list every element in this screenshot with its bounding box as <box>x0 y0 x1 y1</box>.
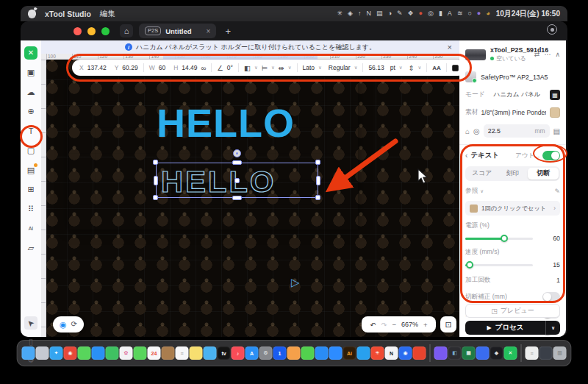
x-value[interactable]: 137.42 <box>87 64 107 71</box>
xtool-logo[interactable]: ✕ <box>24 46 37 60</box>
param-toggle[interactable] <box>542 292 560 302</box>
font-family-select[interactable]: Lato <box>303 64 315 71</box>
font-unit-select[interactable]: pt <box>390 64 395 71</box>
param-value[interactable]: 60 <box>553 235 560 242</box>
process-tab-切断[interactable]: 切断 <box>528 168 559 179</box>
account-icon[interactable] <box>547 24 557 35</box>
dock-reminders[interactable]: ≡ <box>176 346 189 360</box>
selection-handle-s[interactable] <box>232 196 242 200</box>
selection-handle-sw[interactable] <box>153 195 158 200</box>
align-caret-icon[interactable]: ∨ <box>271 65 275 71</box>
lock-ratio-icon[interactable]: ∞ <box>201 64 207 72</box>
text-tool[interactable]: T <box>24 124 37 138</box>
selection-handle-ne[interactable] <box>315 160 320 165</box>
apple-menu-icon[interactable] <box>28 10 36 18</box>
dock-vscode[interactable] <box>357 346 370 360</box>
letter-case-icon[interactable]: AA <box>432 65 441 71</box>
dock-excel[interactable]: ▦ <box>462 346 476 360</box>
notion-menulet-icon[interactable]: N <box>367 10 372 17</box>
camera-refresh-icon[interactable]: ⟳ <box>71 321 77 328</box>
fullscreen-window-button[interactable] <box>101 27 110 35</box>
dock-notes[interactable] <box>190 346 203 360</box>
outline-toggle[interactable] <box>542 151 560 160</box>
redo-icon[interactable]: ↷ <box>381 321 387 329</box>
dock-notion[interactable]: N <box>385 346 398 360</box>
dock-files[interactable] <box>162 346 175 360</box>
reference-dropdown[interactable]: 参照 ∨ <box>465 187 484 196</box>
flip-icon[interactable]: ◧ <box>244 64 251 72</box>
avatar-menulet-icon[interactable]: ◕ <box>486 10 490 17</box>
honeycomb-panel-icon[interactable]: ▦ <box>550 90 560 100</box>
dock-messages[interactable] <box>78 346 91 360</box>
minimize-window-button[interactable] <box>87 27 96 35</box>
dock-drive[interactable] <box>539 346 553 360</box>
process-tab-スコア[interactable]: スコア <box>467 168 498 179</box>
vpn-menulet-icon[interactable]: ● <box>477 10 481 17</box>
device-row[interactable]: xTool_P2S_591d16 空いている ⇄ ⋯ ∧ <box>465 46 560 63</box>
upload-menulet-icon[interactable]: ↑ <box>358 10 362 17</box>
param-slider-thumb[interactable] <box>466 261 473 269</box>
param-value[interactable]: 15 <box>553 261 560 269</box>
line-height-caret-icon[interactable]: ∨ <box>418 65 422 71</box>
menubar-edit-menu[interactable]: 編集 <box>100 9 115 19</box>
font-style-select[interactable]: Regular <box>329 64 351 71</box>
device-panel-tool[interactable]: ▤ <box>24 163 37 177</box>
selection-handle-nw[interactable] <box>153 160 158 165</box>
dock-mail[interactable] <box>92 346 105 360</box>
dock-creative[interactable] <box>287 346 301 360</box>
dock-pin[interactable]: ◉ <box>399 346 412 360</box>
w-value[interactable]: 60 <box>159 64 165 71</box>
font-style-caret-icon[interactable]: ∨ <box>354 65 358 71</box>
line-height-icon[interactable]: ⇕ <box>409 64 415 72</box>
dock-blue-app[interactable] <box>476 346 490 360</box>
base-height-icon[interactable]: ⌂ <box>465 127 470 135</box>
dock-trash[interactable]: ▥ <box>553 346 567 360</box>
dock-1password[interactable]: 1 <box>273 346 287 360</box>
ai-tool[interactable]: AI <box>24 222 37 235</box>
mode-row[interactable]: モード ハニカム パネル ▦ <box>465 90 560 100</box>
menubar-clock[interactable]: 10月24日(金) 16:50 <box>496 9 560 19</box>
zoom-out-button[interactable]: − <box>392 321 396 329</box>
wifi-menulet-icon[interactable]: ≋ <box>457 10 463 17</box>
home-button[interactable]: ⌂ <box>120 24 133 38</box>
image-import-tool[interactable]: ▣ <box>24 66 37 79</box>
accessory-row[interactable]: SafetyPro™ AP2_13A5 <box>465 71 560 82</box>
zoom-level-value[interactable]: 667% <box>401 321 418 328</box>
selection-handle-n[interactable] <box>232 160 242 165</box>
font-family-caret-icon[interactable]: ∨ <box>318 65 322 71</box>
distribute-caret-icon[interactable]: ∨ <box>288 65 292 71</box>
rotation-value[interactable]: 0° <box>227 64 233 71</box>
duplicate-tool[interactable]: ⊞ <box>24 183 37 196</box>
record-menulet-icon[interactable]: ◎ <box>428 10 434 17</box>
engraved-text-object[interactable]: HELLO <box>157 103 326 143</box>
switch-device-icon[interactable]: ⇄ <box>534 51 540 58</box>
dock-safari[interactable]: ✦ <box>50 346 63 360</box>
selected-text-object[interactable]: HELLO <box>161 167 276 196</box>
close-window-button[interactable] <box>74 27 82 35</box>
dock-line[interactable] <box>301 346 315 360</box>
dock-messenger[interactable] <box>315 346 329 360</box>
back-icon[interactable]: ‹ <box>465 152 467 160</box>
dock-settings[interactable]: ⚙ <box>259 346 273 360</box>
capture-tool[interactable]: ⊕ <box>24 105 37 118</box>
dock-maps[interactable] <box>106 346 119 360</box>
dock-paint[interactable] <box>204 346 217 360</box>
process-button-main[interactable]: ▶ プロセス <box>465 323 545 333</box>
battery-menulet-icon[interactable]: ▮ <box>439 10 442 17</box>
more-options-icon[interactable]: ⋯ <box>544 51 551 58</box>
dock-facetime[interactable] <box>134 346 147 360</box>
dock-photos[interactable]: ✿ <box>120 346 133 360</box>
undo-icon[interactable]: ↶ <box>370 321 376 329</box>
dock-purple-app[interactable] <box>434 346 448 360</box>
process-options-caret[interactable]: ∨ <box>545 321 560 335</box>
zoom-in-button[interactable]: + <box>423 321 428 329</box>
dock-launchpad[interactable] <box>36 346 49 360</box>
dock-tv[interactable]: tv <box>218 346 231 360</box>
fill-color-swatch[interactable] <box>452 65 459 71</box>
dock-hammer-app[interactable]: ◆ <box>490 346 503 360</box>
camera-view-icon[interactable]: ◉ <box>60 321 67 329</box>
font-size-value[interactable]: 56.13 <box>368 64 384 71</box>
search-menulet-icon[interactable]: ○ <box>467 10 471 17</box>
asterisk-menulet-icon[interactable]: ✳ <box>337 10 343 17</box>
document-tab[interactable]: P2S Untitled × <box>139 24 216 38</box>
